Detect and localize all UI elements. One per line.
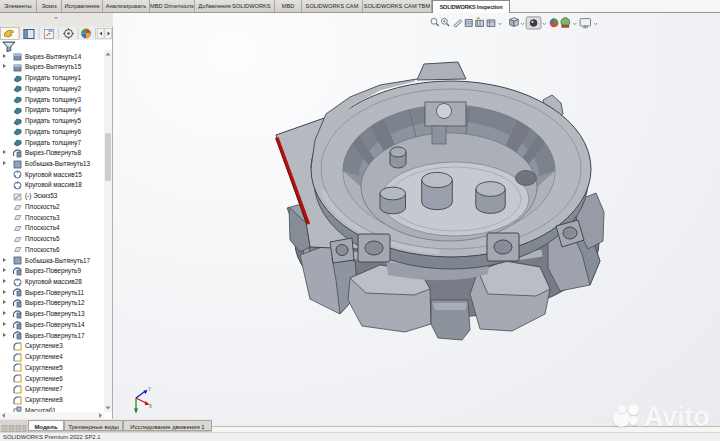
svg-text:Y: Y [148,387,151,392]
svg-text:X: X [149,404,152,409]
